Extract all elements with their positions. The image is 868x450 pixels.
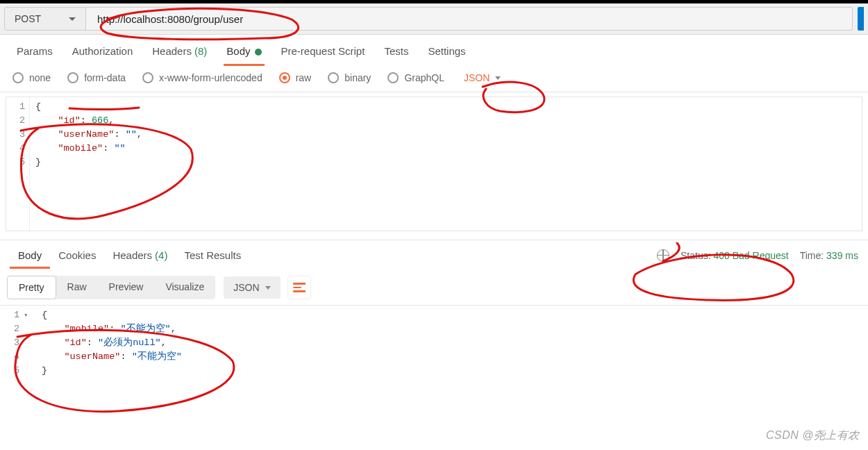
tab-settings[interactable]: Settings [418, 37, 475, 65]
resp-tab-headers[interactable]: Headers(4) [104, 242, 176, 268]
http-method-value: POST [15, 13, 41, 24]
view-pretty[interactable]: Pretty [7, 276, 56, 299]
chevron-down-icon [265, 286, 271, 290]
resp-tab-body[interactable]: Body [10, 242, 50, 268]
line-gutter: 1 2 3 4 5 [0, 306, 24, 381]
tab-headers[interactable]: Headers(8) [142, 37, 217, 65]
http-method-select[interactable]: POST [4, 7, 86, 31]
wrap-lines-button[interactable] [287, 276, 311, 299]
tab-pre-request[interactable]: Pre-request Script [272, 37, 375, 65]
request-body-editor[interactable]: 1 2 3 4 5 { "id": 666, "userName": "", "… [6, 97, 862, 231]
view-raw[interactable]: Raw [56, 276, 98, 299]
body-type-binary[interactable]: binary [328, 72, 371, 83]
line-gutter: 1 2 3 4 5 [6, 97, 30, 231]
body-type-urlencoded[interactable]: x-www-form-urlencoded [142, 72, 262, 83]
request-body-code[interactable]: { "id": 666, "userName": "", "mobile": "… [30, 97, 148, 231]
send-button[interactable] [858, 7, 864, 31]
body-type-raw[interactable]: raw [279, 72, 312, 83]
tab-body[interactable]: Body [217, 37, 271, 65]
fold-caret-icon[interactable]: ▾ [24, 308, 28, 322]
chevron-down-icon [495, 76, 501, 80]
view-mode-group: Pretty Raw Preview Visualize [7, 276, 215, 299]
response-view-bar: Pretty Raw Preview Visualize JSON [0, 270, 868, 305]
modified-dot-icon [255, 49, 262, 56]
resp-tab-test-results[interactable]: Test Results [176, 242, 249, 268]
fold-column[interactable]: ▾ [24, 306, 36, 381]
status-code: 400 Bad Request [714, 250, 789, 261]
body-type-graphql[interactable]: GraphQL [387, 72, 444, 83]
chevron-down-icon [69, 17, 76, 21]
response-header: Body Cookies Headers(4) Test Results Sta… [0, 240, 868, 270]
tab-authorization[interactable]: Authorization [62, 37, 143, 65]
response-type-select[interactable]: JSON [224, 276, 280, 299]
request-tabs: Params Authorization Headers(8) Body Pre… [0, 35, 868, 67]
wrap-lines-icon [293, 283, 306, 292]
resp-tab-cookies[interactable]: Cookies [50, 242, 104, 268]
url-input[interactable] [86, 7, 853, 31]
status-time: 339 ms [826, 250, 858, 261]
globe-icon [657, 249, 669, 262]
watermark: CSDN @尧上有农 [766, 428, 860, 443]
response-body-code: { "mobile": "不能为空", "id": "必须为null", "us… [36, 306, 187, 381]
tab-params[interactable]: Params [7, 37, 62, 65]
response-body-editor[interactable]: 1 2 3 4 5 ▾ { "mobile": "不能为空", "id": "必… [0, 305, 868, 381]
view-visualize[interactable]: Visualize [154, 276, 215, 299]
response-tabs: Body Cookies Headers(4) Test Results [10, 242, 249, 268]
response-status: Status: 400 Bad Request Time: 339 ms [657, 249, 858, 262]
raw-type-select[interactable]: JSON [464, 72, 501, 83]
body-type-form-data[interactable]: form-data [67, 72, 126, 83]
body-type-row: none form-data x-www-form-urlencoded raw… [0, 67, 868, 92]
request-bar: POST [0, 0, 868, 35]
body-type-none[interactable]: none [12, 72, 51, 83]
view-preview[interactable]: Preview [98, 276, 155, 299]
tab-tests[interactable]: Tests [374, 37, 418, 65]
